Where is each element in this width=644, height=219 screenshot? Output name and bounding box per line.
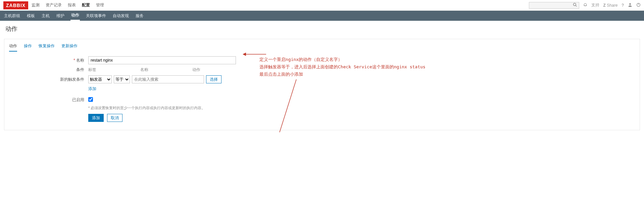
form-note: * 必须设置恢复时的至少一个执行内容或执行内容或更新时的执行内容。 bbox=[88, 105, 205, 111]
label-newcond: 新的触发条件 bbox=[4, 77, 88, 82]
subnav-templates[interactable]: 模板 bbox=[26, 13, 36, 19]
share-link[interactable]: Z Share bbox=[603, 3, 618, 8]
label-conditions: 条件 bbox=[4, 67, 88, 73]
svg-point-3 bbox=[629, 3, 631, 5]
svg-line-1 bbox=[576, 5, 577, 6]
topnav-item-reports[interactable]: 报表 bbox=[68, 2, 76, 8]
subnav-correlation[interactable]: 关联项事件 bbox=[85, 13, 107, 19]
topnav-item-inventory[interactable]: 资产记录 bbox=[46, 2, 62, 8]
add-condition-link[interactable]: 添加 bbox=[88, 86, 96, 91]
subnav-hosts[interactable]: 主机 bbox=[41, 13, 50, 19]
topnav-item-admin[interactable]: 管理 bbox=[96, 2, 104, 8]
cond-op-select[interactable]: 等于 bbox=[114, 75, 130, 83]
power-icon[interactable] bbox=[636, 3, 641, 8]
cond-search-input[interactable] bbox=[132, 75, 204, 83]
conditions-header: 标签 名称 动作 bbox=[88, 67, 236, 73]
label-name: 名称 bbox=[4, 58, 88, 63]
svg-point-0 bbox=[573, 3, 576, 6]
tab-update[interactable]: 更新操作 bbox=[61, 43, 78, 52]
tabs: 动作 操作 恢复操作 更新操作 bbox=[4, 43, 640, 52]
name-input[interactable] bbox=[88, 56, 236, 64]
cancel-button[interactable]: 取消 bbox=[107, 114, 122, 122]
help-icon[interactable]: ? bbox=[622, 3, 624, 8]
cond-select-button[interactable]: 选择 bbox=[206, 75, 221, 83]
annotation-text: 定义一个重启nginx的动作（自定义名字） 选择触发器等于，进入后选择上面创建的… bbox=[259, 56, 426, 78]
topnav-item-config[interactable]: 配置 bbox=[82, 2, 90, 8]
enabled-checkbox[interactable] bbox=[88, 97, 93, 102]
logo: ZABBIX bbox=[3, 1, 28, 9]
label-enabled: 已启用 bbox=[4, 97, 88, 103]
subnav-actions[interactable]: 动作 bbox=[70, 12, 80, 21]
support-link[interactable]: 支持 bbox=[591, 2, 599, 8]
tab-operation[interactable]: 操作 bbox=[24, 43, 32, 52]
search-input[interactable] bbox=[529, 2, 579, 9]
subnav-services[interactable]: 服务 bbox=[135, 13, 144, 19]
tab-action[interactable]: 动作 bbox=[9, 43, 17, 52]
page-title: 动作 bbox=[5, 25, 639, 33]
svg-marker-7 bbox=[243, 53, 246, 56]
submit-button[interactable]: 添加 bbox=[88, 114, 104, 122]
subnav: 主机群组 模板 主机 维护 动作 关联项事件 自动发现 服务 bbox=[0, 11, 644, 21]
tab-recovery[interactable]: 恢复操作 bbox=[39, 43, 55, 52]
support-icon[interactable] bbox=[583, 3, 587, 8]
cond-type-select[interactable]: 触发器 bbox=[88, 75, 112, 83]
user-icon[interactable] bbox=[628, 3, 632, 8]
search-icon bbox=[573, 3, 577, 8]
topnav-item-monitor[interactable]: 监测 bbox=[32, 2, 40, 8]
subnav-hostgroups[interactable]: 主机群组 bbox=[3, 13, 21, 19]
subnav-discovery[interactable]: 自动发现 bbox=[112, 13, 130, 19]
subnav-maintenance[interactable]: 维护 bbox=[56, 13, 65, 19]
topnav-menu: 监测 资产记录 报表 配置 管理 bbox=[32, 2, 529, 8]
